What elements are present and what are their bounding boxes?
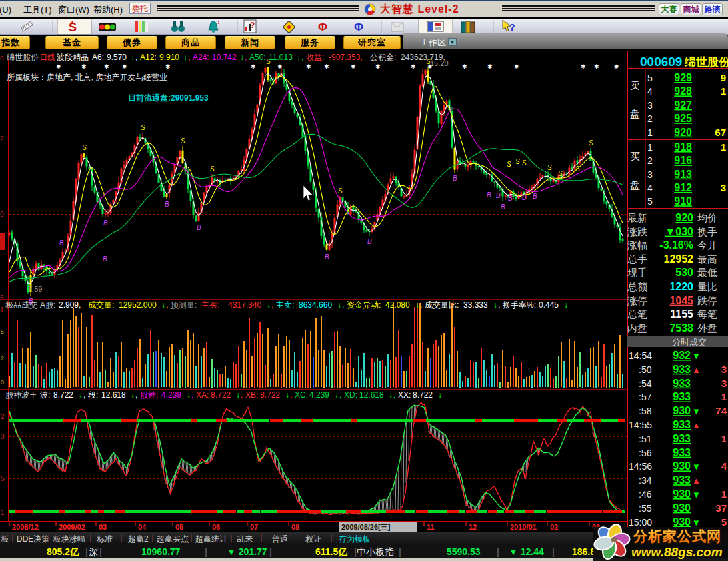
- svg-text::55: :55: [639, 503, 652, 514]
- svg-text:12952: 12952: [664, 253, 694, 265]
- svg-text:12: 12: [469, 523, 477, 531]
- svg-text:930: 930: [673, 502, 691, 514]
- svg-text:-3.16%: -3.16%: [659, 239, 693, 251]
- svg-text:▼030: ▼030: [665, 226, 693, 237]
- svg-text:跌停: 跌停: [697, 295, 717, 306]
- svg-text:S: S: [82, 144, 87, 151]
- svg-text:✱: ✱: [581, 63, 586, 70]
- svg-text:最新: 最新: [627, 212, 647, 223]
- svg-text:▲: ▲: [70, 19, 75, 24]
- svg-text:12.618: 12.618: [101, 390, 126, 400]
- svg-text:↓: ↓: [337, 300, 341, 310]
- svg-text:933: 933: [673, 419, 691, 430]
- svg-text:✱: ✱: [324, 63, 329, 70]
- svg-text:920: 920: [675, 212, 693, 223]
- svg-text:42.080: 42.080: [385, 300, 410, 310]
- svg-text:1045: 1045: [669, 295, 693, 306]
- svg-text:3: 3: [721, 378, 727, 389]
- svg-text:总笔: 总笔: [627, 308, 647, 320]
- svg-text:8.722: 8.722: [260, 390, 280, 400]
- svg-text:S: S: [141, 124, 145, 131]
- svg-text:927: 927: [674, 99, 692, 111]
- svg-text:换手: 换手: [697, 226, 717, 237]
- svg-text:S: S: [522, 159, 527, 167]
- svg-text:67: 67: [715, 127, 726, 138]
- svg-text:▲: ▲: [692, 365, 701, 375]
- svg-text:涨跌: 涨跌: [627, 226, 647, 237]
- svg-text:,: ,: [83, 390, 85, 400]
- svg-text:换手率%:: 换手率%:: [503, 300, 536, 310]
- svg-text:总额: 总额: [627, 281, 647, 292]
- svg-text:2009/02: 2009/02: [59, 523, 85, 531]
- svg-text:928: 928: [674, 85, 692, 97]
- svg-text:2008/12: 2008/12: [12, 523, 39, 531]
- svg-text:✱: ✱: [594, 63, 599, 70]
- svg-text:0.445: 0.445: [539, 300, 559, 310]
- svg-text:↓: ↓: [285, 390, 289, 400]
- svg-text:现手: 现手: [627, 267, 647, 278]
- svg-text:916: 916: [674, 155, 692, 166]
- svg-text:S: S: [181, 137, 185, 145]
- svg-text:量比: 量比: [697, 281, 717, 292]
- svg-text:XA:: XA:: [196, 390, 209, 400]
- svg-text:0: 0: [1, 379, 4, 386]
- svg-text:1155: 1155: [670, 308, 693, 320]
- svg-text:盘: 盘: [630, 179, 640, 191]
- svg-text:4.239: 4.239: [309, 390, 329, 400]
- svg-text:2: 2: [0, 135, 4, 143]
- svg-text:均价: 均价: [697, 212, 717, 223]
- svg-text:14:56: 14:56: [629, 461, 652, 472]
- svg-text:↓: ↓: [161, 300, 165, 310]
- svg-text:4: 4: [647, 86, 653, 97]
- svg-text:,: ,: [188, 53, 190, 62]
- svg-text:↕: ↕: [613, 63, 617, 71]
- svg-text:933: 933: [673, 447, 691, 458]
- svg-text:,: ,: [498, 300, 500, 310]
- svg-text:涨停: 涨停: [627, 295, 647, 306]
- svg-text:03: 03: [99, 523, 107, 531]
- svg-text:1: 1: [0, 306, 4, 314]
- svg-text:买: 买: [630, 151, 640, 162]
- svg-text:9.910: 9.910: [159, 53, 179, 62]
- svg-text:↓: ↓: [438, 390, 442, 400]
- svg-text::54: :54: [639, 378, 652, 389]
- svg-text:每笔: 每笔: [697, 308, 717, 320]
- svg-text:段:: 段:: [88, 390, 98, 400]
- svg-text:B: B: [487, 191, 491, 199]
- svg-text:A12:: A12:: [140, 53, 157, 62]
- svg-text:波:: 波:: [40, 390, 50, 400]
- svg-text::51: :51: [639, 434, 652, 444]
- svg-text:S: S: [575, 165, 580, 173]
- svg-text:B: B: [103, 219, 108, 227]
- svg-text:日线: 日线: [39, 53, 55, 62]
- svg-text:929: 929: [674, 72, 692, 83]
- svg-text:3: 3: [647, 169, 653, 180]
- svg-text:最高: 最高: [697, 253, 717, 265]
- svg-text:A24:: A24:: [193, 53, 209, 62]
- svg-text:933: 933: [673, 433, 691, 444]
- svg-text:9.570: 9.570: [107, 53, 127, 62]
- svg-text:B: B: [501, 203, 505, 211]
- svg-text:33.333: 33.333: [463, 300, 488, 310]
- svg-text:B: B: [165, 201, 169, 208]
- svg-text:▼: ▼: [692, 351, 701, 361]
- svg-text:,: ,: [135, 390, 137, 400]
- svg-text:今开: 今开: [697, 239, 717, 251]
- svg-text:▼: ▼: [692, 490, 701, 500]
- svg-text:S: S: [507, 161, 511, 168]
- svg-text:913: 913: [674, 169, 692, 180]
- svg-text:✱: ✱: [306, 63, 311, 70]
- svg-text:▲: ▲: [692, 420, 701, 430]
- svg-text:2009/08/26[三]: 2009/08/26[三]: [341, 523, 391, 531]
- svg-text::46: :46: [639, 489, 652, 500]
- svg-text:14:55: 14:55: [629, 420, 652, 430]
- svg-text:910: 910: [674, 195, 692, 207]
- svg-text:918: 918: [674, 141, 692, 153]
- svg-text:925: 925: [674, 113, 692, 124]
- svg-text:✱: ✱: [411, 63, 416, 70]
- svg-text:涨幅: 涨幅: [627, 239, 647, 251]
- svg-text:,: ,: [301, 53, 303, 62]
- svg-text:↓: ↓: [240, 53, 244, 62]
- svg-text:2.909,: 2.909,: [59, 300, 81, 310]
- svg-text:930: 930: [673, 405, 691, 416]
